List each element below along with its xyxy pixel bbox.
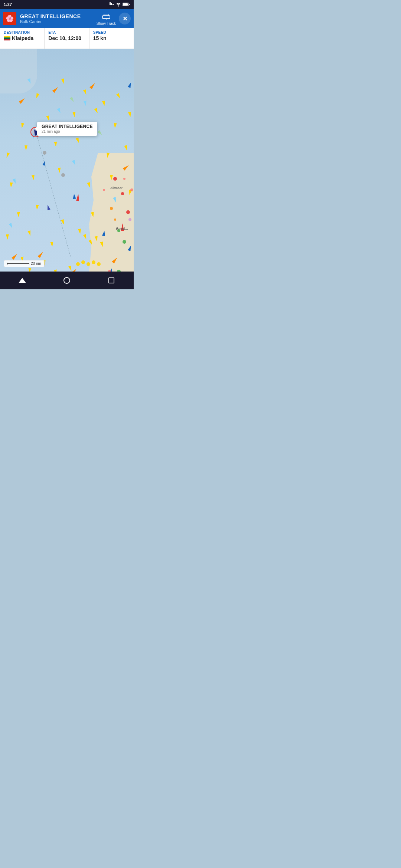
svg-marker-42 bbox=[95, 236, 98, 241]
svg-point-82 bbox=[126, 210, 130, 214]
svg-marker-62 bbox=[72, 194, 76, 199]
svg-marker-37 bbox=[6, 234, 9, 240]
city-amsterdam: Amst... bbox=[116, 227, 128, 231]
wifi-icon bbox=[116, 2, 121, 7]
svg-marker-10 bbox=[61, 78, 65, 84]
svg-marker-67 bbox=[27, 78, 32, 84]
status-bar-time: 1:27 bbox=[4, 2, 12, 7]
svg-marker-54 bbox=[12, 253, 18, 260]
svg-marker-38 bbox=[27, 230, 32, 236]
svg-marker-13 bbox=[102, 101, 106, 106]
svg-marker-21 bbox=[5, 152, 10, 158]
speed-value: 15 kn bbox=[93, 35, 130, 41]
svg-marker-34 bbox=[35, 205, 39, 210]
flag-icon bbox=[3, 12, 16, 25]
svg-marker-35 bbox=[61, 219, 65, 225]
vessels-layer bbox=[0, 49, 134, 272]
eta-item: ETA Dec 10, 12:00 bbox=[45, 28, 89, 49]
home-button[interactable] bbox=[59, 273, 74, 288]
svg-marker-74 bbox=[13, 178, 17, 184]
svg-marker-66 bbox=[46, 204, 50, 210]
svg-point-85 bbox=[128, 218, 131, 221]
destination-item: Destination Klaipeda bbox=[0, 28, 45, 49]
map-background: GREAT INTELLIGENCE 21 min ago Alkmaar Am… bbox=[0, 49, 134, 272]
back-icon bbox=[19, 278, 26, 283]
svg-point-89 bbox=[123, 178, 125, 180]
svg-marker-28 bbox=[32, 175, 35, 180]
svg-point-98 bbox=[61, 173, 65, 177]
speed-label: Speed bbox=[93, 30, 130, 34]
svg-point-86 bbox=[110, 207, 113, 210]
svg-point-91 bbox=[76, 262, 80, 266]
destination-value: Klaipeda bbox=[4, 35, 40, 41]
svg-marker-49 bbox=[68, 266, 73, 272]
ship-popup[interactable]: GREAT INTELLIGENCE 21 min ago bbox=[37, 122, 97, 136]
scale-value: 20 nm bbox=[31, 262, 41, 266]
svg-marker-64 bbox=[128, 245, 132, 251]
svg-point-94 bbox=[92, 260, 95, 264]
back-button[interactable] bbox=[15, 273, 30, 288]
svg-marker-41 bbox=[88, 240, 93, 246]
popup-time-ago: 21 min ago bbox=[42, 129, 93, 134]
svg-rect-0 bbox=[110, 2, 111, 5]
svg-marker-24 bbox=[76, 138, 80, 144]
svg-point-88 bbox=[103, 189, 105, 191]
recent-button[interactable] bbox=[104, 273, 119, 288]
svg-point-87 bbox=[114, 218, 116, 221]
info-bar: Destination Klaipeda ETA Dec 10, 12:00 S… bbox=[0, 28, 134, 49]
svg-marker-50 bbox=[52, 86, 59, 93]
home-icon bbox=[63, 277, 70, 284]
battery-icon bbox=[123, 2, 130, 7]
scale-bar: 20 nm bbox=[4, 260, 45, 267]
svg-rect-4 bbox=[123, 3, 128, 6]
ship-header: GREAT INTELLIGENCE Bulk Carrier Show Tra… bbox=[0, 9, 134, 28]
svg-point-90 bbox=[130, 188, 133, 191]
scale-line bbox=[7, 263, 29, 264]
svg-marker-26 bbox=[124, 145, 128, 151]
svg-marker-75 bbox=[70, 97, 75, 103]
ship-info: GREAT INTELLIGENCE Bulk Carrier bbox=[20, 13, 97, 24]
svg-marker-63 bbox=[102, 230, 106, 236]
svg-marker-25 bbox=[106, 152, 110, 158]
svg-marker-72 bbox=[9, 223, 13, 229]
svg-marker-14 bbox=[116, 93, 121, 99]
svg-marker-58 bbox=[19, 97, 26, 104]
svg-point-81 bbox=[121, 192, 124, 195]
svg-marker-70 bbox=[72, 160, 77, 166]
close-button[interactable]: ✕ bbox=[119, 13, 131, 24]
svg-marker-15 bbox=[20, 123, 24, 128]
svg-marker-20 bbox=[128, 112, 132, 117]
svg-rect-1 bbox=[111, 3, 112, 5]
svg-marker-55 bbox=[38, 251, 44, 258]
show-track-label: Show Track bbox=[97, 22, 116, 26]
status-bar-icons bbox=[109, 2, 130, 7]
svg-marker-73 bbox=[84, 101, 87, 106]
ship-track-icon bbox=[101, 12, 111, 21]
svg-marker-59 bbox=[128, 82, 132, 88]
svg-point-93 bbox=[87, 262, 90, 266]
destination-label: Destination bbox=[4, 30, 40, 34]
svg-marker-68 bbox=[57, 108, 62, 114]
svg-marker-18 bbox=[94, 108, 99, 114]
svg-marker-23 bbox=[54, 142, 57, 147]
svg-marker-39 bbox=[50, 242, 53, 247]
ship-type: Bulk Carrier bbox=[20, 19, 97, 24]
svg-point-80 bbox=[113, 177, 117, 181]
popup-ship-name: GREAT INTELLIGENCE bbox=[42, 124, 93, 129]
recent-icon bbox=[108, 277, 114, 283]
svg-rect-2 bbox=[113, 4, 114, 5]
svg-marker-12 bbox=[83, 89, 88, 95]
svg-marker-56 bbox=[71, 268, 78, 272]
svg-marker-47 bbox=[28, 268, 31, 272]
svg-marker-27 bbox=[9, 183, 13, 188]
svg-point-84 bbox=[123, 240, 126, 244]
show-track-button[interactable]: Show Track bbox=[97, 12, 116, 26]
ship-name: GREAT INTELLIGENCE bbox=[20, 13, 97, 19]
svg-rect-5 bbox=[129, 4, 130, 5]
map-area[interactable]: GREAT INTELLIGENCE 21 min ago Alkmaar Am… bbox=[0, 49, 134, 272]
svg-marker-33 bbox=[17, 212, 20, 218]
city-alkmaar: Alkmaar bbox=[110, 186, 123, 190]
speed-item: Speed 15 kn bbox=[89, 28, 134, 49]
svg-point-99 bbox=[43, 151, 46, 155]
status-bar: 1:27 bbox=[0, 0, 134, 9]
